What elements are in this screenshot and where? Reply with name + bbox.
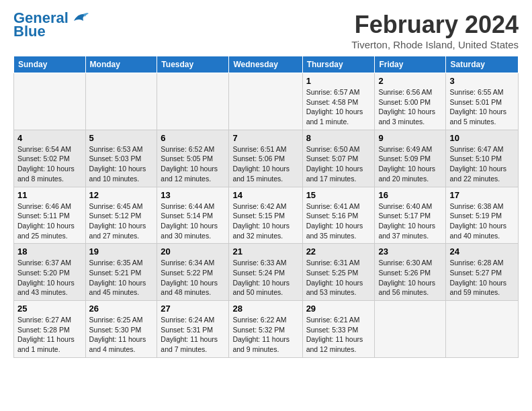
day-number: 12	[89, 190, 154, 200]
day-info: Sunrise: 6:45 AM Sunset: 5:12 PM Dayligh…	[89, 201, 154, 241]
day-number: 15	[306, 190, 371, 200]
day-info: Sunrise: 6:53 AM Sunset: 5:03 PM Dayligh…	[89, 144, 154, 184]
table-row: 23Sunrise: 6:30 AM Sunset: 5:26 PM Dayli…	[375, 244, 446, 301]
day-info: Sunrise: 6:38 AM Sunset: 5:19 PM Dayligh…	[449, 201, 515, 241]
col-wednesday: Wednesday	[229, 56, 302, 73]
table-row: 18Sunrise: 6:37 AM Sunset: 5:20 PM Dayli…	[14, 244, 86, 301]
table-row	[14, 73, 86, 130]
day-info: Sunrise: 6:30 AM Sunset: 5:26 PM Dayligh…	[378, 258, 442, 298]
col-monday: Monday	[85, 56, 157, 73]
day-number: 2	[378, 76, 442, 86]
day-number: 11	[17, 190, 82, 200]
table-row: 29Sunrise: 6:21 AM Sunset: 5:33 PM Dayli…	[302, 301, 375, 358]
col-thursday: Thursday	[302, 56, 375, 73]
subtitle: Tiverton, Rhode Island, United States	[351, 39, 519, 50]
col-sunday: Sunday	[14, 56, 86, 73]
day-info: Sunrise: 6:50 AM Sunset: 5:07 PM Dayligh…	[306, 144, 371, 184]
calendar-table: Sunday Monday Tuesday Wednesday Thursday…	[13, 56, 519, 358]
day-info: Sunrise: 6:27 AM Sunset: 5:28 PM Dayligh…	[17, 315, 82, 355]
day-number: 19	[89, 246, 154, 257]
table-row: 1Sunrise: 6:57 AM Sunset: 4:58 PM Daylig…	[302, 73, 375, 130]
calendar-week-row: 18Sunrise: 6:37 AM Sunset: 5:20 PM Dayli…	[14, 244, 519, 301]
table-row	[229, 73, 302, 130]
table-row	[446, 301, 519, 358]
day-info: Sunrise: 6:22 AM Sunset: 5:32 PM Dayligh…	[232, 315, 298, 355]
table-row	[375, 301, 446, 358]
table-row: 19Sunrise: 6:35 AM Sunset: 5:21 PM Dayli…	[85, 244, 157, 301]
day-number: 9	[378, 133, 442, 143]
day-info: Sunrise: 6:21 AM Sunset: 5:33 PM Dayligh…	[306, 315, 371, 355]
day-number: 18	[17, 246, 82, 257]
day-number: 17	[449, 190, 515, 200]
day-info: Sunrise: 6:33 AM Sunset: 5:24 PM Dayligh…	[232, 258, 298, 298]
day-number: 7	[232, 133, 298, 143]
day-number: 6	[161, 133, 225, 143]
day-number: 24	[449, 246, 515, 257]
table-row: 22Sunrise: 6:31 AM Sunset: 5:25 PM Dayli…	[302, 244, 375, 301]
day-number: 13	[161, 190, 225, 200]
table-row: 9Sunrise: 6:49 AM Sunset: 5:09 PM Daylig…	[375, 130, 446, 187]
col-friday: Friday	[375, 56, 446, 73]
calendar-week-row: 25Sunrise: 6:27 AM Sunset: 5:28 PM Dayli…	[14, 301, 519, 358]
day-number: 5	[89, 133, 154, 143]
main-title: February 2024	[351, 11, 519, 39]
table-row: 15Sunrise: 6:41 AM Sunset: 5:16 PM Dayli…	[302, 187, 375, 244]
day-number: 4	[17, 133, 82, 143]
col-tuesday: Tuesday	[157, 56, 229, 73]
table-row: 5Sunrise: 6:53 AM Sunset: 5:03 PM Daylig…	[85, 130, 157, 187]
calendar-week-row: 4Sunrise: 6:54 AM Sunset: 5:02 PM Daylig…	[14, 130, 519, 187]
day-number: 10	[449, 133, 515, 143]
day-info: Sunrise: 6:51 AM Sunset: 5:06 PM Dayligh…	[232, 144, 298, 184]
logo-blue-text: Blue	[13, 23, 46, 40]
table-row: 4Sunrise: 6:54 AM Sunset: 5:02 PM Daylig…	[14, 130, 86, 187]
day-info: Sunrise: 6:42 AM Sunset: 5:15 PM Dayligh…	[232, 201, 298, 241]
day-info: Sunrise: 6:37 AM Sunset: 5:20 PM Dayligh…	[17, 258, 82, 298]
table-row: 6Sunrise: 6:52 AM Sunset: 5:05 PM Daylig…	[157, 130, 229, 187]
day-number: 16	[378, 190, 442, 200]
table-row: 2Sunrise: 6:56 AM Sunset: 5:00 PM Daylig…	[375, 73, 446, 130]
day-info: Sunrise: 6:35 AM Sunset: 5:21 PM Dayligh…	[89, 258, 154, 298]
day-info: Sunrise: 6:28 AM Sunset: 5:27 PM Dayligh…	[449, 258, 515, 298]
day-number: 23	[378, 246, 442, 257]
table-row: 14Sunrise: 6:42 AM Sunset: 5:15 PM Dayli…	[229, 187, 302, 244]
day-info: Sunrise: 6:34 AM Sunset: 5:22 PM Dayligh…	[161, 258, 225, 298]
table-row: 12Sunrise: 6:45 AM Sunset: 5:12 PM Dayli…	[85, 187, 157, 244]
table-row: 17Sunrise: 6:38 AM Sunset: 5:19 PM Dayli…	[446, 187, 519, 244]
day-number: 25	[17, 304, 82, 314]
logo: General Blue	[13, 11, 90, 40]
calendar-week-row: 11Sunrise: 6:46 AM Sunset: 5:11 PM Dayli…	[14, 187, 519, 244]
header: General Blue February 2024 Tiverton, Rho…	[13, 11, 519, 50]
day-number: 20	[161, 246, 225, 257]
logo-bird-icon	[71, 11, 90, 25]
day-info: Sunrise: 6:44 AM Sunset: 5:14 PM Dayligh…	[161, 201, 225, 241]
day-info: Sunrise: 6:54 AM Sunset: 5:02 PM Dayligh…	[17, 144, 82, 184]
day-info: Sunrise: 6:49 AM Sunset: 5:09 PM Dayligh…	[378, 144, 442, 184]
day-info: Sunrise: 6:56 AM Sunset: 5:00 PM Dayligh…	[378, 87, 442, 127]
table-row: 25Sunrise: 6:27 AM Sunset: 5:28 PM Dayli…	[14, 301, 86, 358]
day-number: 3	[449, 76, 515, 86]
day-number: 1	[306, 76, 371, 86]
day-info: Sunrise: 6:55 AM Sunset: 5:01 PM Dayligh…	[449, 87, 515, 127]
day-number: 8	[306, 133, 371, 143]
day-number: 28	[232, 304, 298, 314]
table-row: 27Sunrise: 6:24 AM Sunset: 5:31 PM Dayli…	[157, 301, 229, 358]
day-info: Sunrise: 6:24 AM Sunset: 5:31 PM Dayligh…	[161, 315, 225, 355]
day-info: Sunrise: 6:40 AM Sunset: 5:17 PM Dayligh…	[378, 201, 442, 241]
table-row: 11Sunrise: 6:46 AM Sunset: 5:11 PM Dayli…	[14, 187, 86, 244]
table-row	[85, 73, 157, 130]
day-info: Sunrise: 6:57 AM Sunset: 4:58 PM Dayligh…	[306, 87, 371, 127]
table-row: 26Sunrise: 6:25 AM Sunset: 5:30 PM Dayli…	[85, 301, 157, 358]
day-info: Sunrise: 6:47 AM Sunset: 5:10 PM Dayligh…	[449, 144, 515, 184]
day-info: Sunrise: 6:31 AM Sunset: 5:25 PM Dayligh…	[306, 258, 371, 298]
table-row: 21Sunrise: 6:33 AM Sunset: 5:24 PM Dayli…	[229, 244, 302, 301]
day-number: 26	[89, 304, 154, 314]
table-row	[157, 73, 229, 130]
table-row: 16Sunrise: 6:40 AM Sunset: 5:17 PM Dayli…	[375, 187, 446, 244]
day-info: Sunrise: 6:46 AM Sunset: 5:11 PM Dayligh…	[17, 201, 82, 241]
table-row: 8Sunrise: 6:50 AM Sunset: 5:07 PM Daylig…	[302, 130, 375, 187]
day-number: 14	[232, 190, 298, 200]
table-row: 10Sunrise: 6:47 AM Sunset: 5:10 PM Dayli…	[446, 130, 519, 187]
table-row: 13Sunrise: 6:44 AM Sunset: 5:14 PM Dayli…	[157, 187, 229, 244]
table-row: 28Sunrise: 6:22 AM Sunset: 5:32 PM Dayli…	[229, 301, 302, 358]
table-row: 7Sunrise: 6:51 AM Sunset: 5:06 PM Daylig…	[229, 130, 302, 187]
